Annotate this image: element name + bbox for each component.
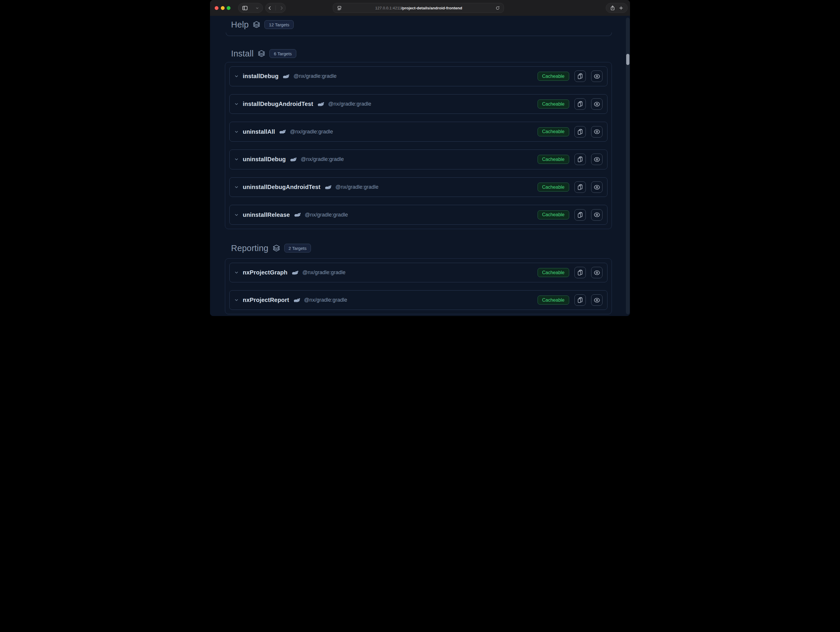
target-executor: @nx/gradle:gradle [294,73,336,79]
chevron-down-icon[interactable] [234,298,238,302]
window-controls [215,6,231,10]
minimize-window-button[interactable] [221,6,225,10]
target-row[interactable]: uninstallRelease @nx/gradle:gradle Cache… [229,205,608,225]
copy-target-button[interactable] [575,71,586,82]
close-window-button[interactable] [215,6,218,10]
eye-icon [594,156,600,163]
targets-group-install: installDebug @nx/gradle:gradle Cacheable [225,62,612,229]
target-executor: @nx/gradle:gradle [290,129,333,135]
copy-target-button[interactable] [575,182,586,193]
share-button[interactable] [610,5,615,11]
target-row[interactable]: installDebug @nx/gradle:gradle Cacheable [229,66,608,86]
target-row[interactable]: uninstallDebug @nx/gradle:gradle Cacheab… [229,150,608,169]
section-heading-reporting: Reporting 2 Targets [231,242,311,254]
copy-icon [577,129,583,135]
view-target-button[interactable] [591,267,603,278]
chevron-right-icon [279,6,284,11]
target-name: installDebug [243,73,278,80]
zoom-window-button[interactable] [227,6,231,10]
cacheable-badge: Cacheable [538,295,570,305]
view-target-button[interactable] [591,209,603,221]
chevron-down-icon[interactable] [234,185,238,189]
copy-target-button[interactable] [575,294,586,306]
target-row[interactable]: installDebugAndroidTest @nx/gradle:gradl… [229,94,608,114]
page-settings-button[interactable] [337,6,342,11]
target-executor: @nx/gradle:gradle [302,270,346,276]
tab-overview-chevron[interactable] [255,6,259,10]
eye-icon [594,270,600,276]
target-row[interactable]: nxProjectGraph @nx/gradle:gradle Cacheab… [229,263,608,282]
gradle-elephant-icon [283,74,290,79]
cacheable-badge: Cacheable [538,183,570,192]
copy-icon [577,212,583,218]
chevron-down-icon[interactable] [234,213,238,217]
project-details-page: Help 12 Targets Install 6 Targets instal… [210,16,630,316]
eye-icon [594,184,600,191]
copy-icon [577,73,583,79]
reload-button[interactable] [496,6,500,10]
copy-target-button[interactable] [575,98,586,110]
back-button[interactable] [267,6,272,11]
cacheable-badge: Cacheable [538,210,570,220]
view-target-button[interactable] [591,294,603,306]
chevron-down-icon [255,6,259,10]
cacheable-badge: Cacheable [538,155,570,164]
page-settings-icon [337,6,342,11]
gradle-elephant-icon [325,185,332,190]
copy-target-button[interactable] [575,267,586,278]
toolbar-actions-group [606,3,628,13]
chevron-down-icon[interactable] [234,102,238,106]
cacheable-badge: Cacheable [538,72,570,81]
sidebar-toggle-button[interactable] [242,5,248,11]
scrollbar-thumb[interactable] [626,54,629,65]
url-host: 127.0.0.1:4211 [375,6,401,10]
gradle-elephant-icon [294,297,301,303]
browser-toolbar: 127.0.0.1:4211/project-details/android-f… [210,0,630,16]
gradle-elephant-icon [292,270,299,275]
target-row[interactable]: nxProjectReport @nx/gradle:gradle Cachea… [229,290,608,310]
scrollbar-track[interactable] [626,17,630,314]
section-heading-help: Help 12 Targets [231,18,294,31]
chevron-left-icon [267,6,272,11]
section-title: Reporting [231,243,268,253]
target-executor: @nx/gradle:gradle [328,101,371,107]
copy-icon [577,297,583,303]
gradle-elephant-icon [294,212,301,217]
targets-count-badge: 6 Targets [269,49,296,58]
chevron-down-icon[interactable] [234,157,238,161]
copy-target-button[interactable] [575,126,586,137]
eye-icon [594,212,600,218]
copy-target-button[interactable] [575,209,586,221]
copy-icon [577,184,583,190]
copy-target-button[interactable] [575,153,586,165]
section-title: Help [231,20,249,30]
copy-icon [577,101,583,107]
section-title: Install [231,49,254,58]
eye-icon [594,297,600,303]
gradle-elephant-icon [279,129,286,134]
view-target-button[interactable] [591,98,603,110]
cacheable-badge: Cacheable [538,100,570,109]
layers-icon [258,50,265,57]
chevron-down-icon[interactable] [234,270,238,275]
forward-button[interactable] [279,6,284,11]
target-row[interactable]: uninstallDebugAndroidTest @nx/gradle:gra… [229,177,608,197]
layers-icon [273,244,280,252]
chevron-down-icon[interactable] [234,74,238,78]
eye-icon [594,101,600,107]
view-target-button[interactable] [591,71,603,82]
gradle-elephant-icon [290,157,297,162]
new-tab-button[interactable] [619,6,624,11]
chevron-down-icon[interactable] [234,130,238,134]
view-target-button[interactable] [591,182,603,193]
target-name: installDebugAndroidTest [243,101,313,107]
share-icon [610,5,615,11]
view-target-button[interactable] [591,153,603,165]
view-target-button[interactable] [591,126,603,137]
targets-count-badge: 12 Targets [264,20,294,29]
gradle-elephant-icon [317,101,325,107]
target-executor: @nx/gradle:gradle [335,184,379,190]
address-bar[interactable]: 127.0.0.1:4211/project-details/android-f… [333,3,504,13]
target-row[interactable]: uninstallAll @nx/gradle:gradle Cacheable [229,122,608,142]
copy-icon [577,270,583,276]
